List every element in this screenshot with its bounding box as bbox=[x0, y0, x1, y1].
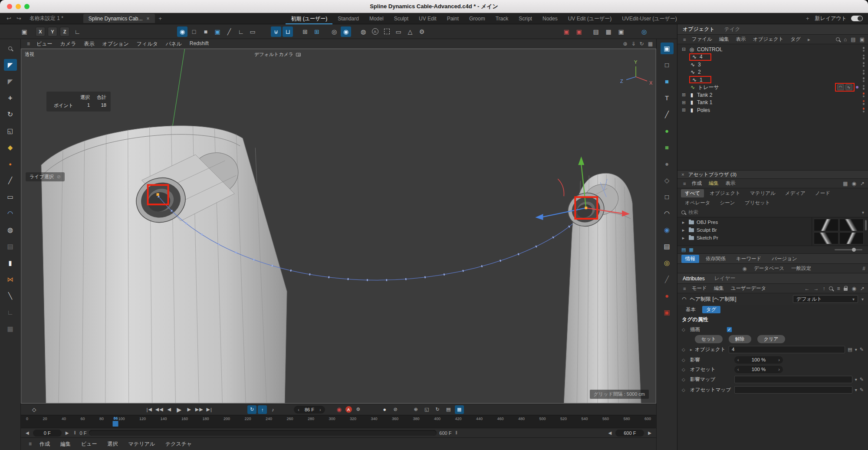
rectangle-selection-tool[interactable]: ◤ bbox=[4, 76, 17, 87]
parent-object-icon[interactable]: ↑ bbox=[822, 286, 825, 292]
tab-attributes[interactable]: Attributes bbox=[683, 276, 705, 282]
close-window-button[interactable] bbox=[7, 4, 12, 9]
track-icon[interactable]: ◉ bbox=[852, 286, 856, 292]
om-menu-item[interactable]: 表示 bbox=[733, 36, 750, 43]
material-menu-item[interactable]: 編集 bbox=[55, 440, 76, 448]
object-label[interactable]: Poles bbox=[697, 107, 710, 113]
offset-map-field[interactable] bbox=[734, 386, 852, 394]
visibility-dot[interactable] bbox=[863, 70, 865, 72]
text-object-icon[interactable]: T bbox=[661, 92, 674, 104]
selected-point-left[interactable] bbox=[157, 193, 159, 196]
layout-grid-icon[interactable]: ▦ bbox=[648, 41, 653, 47]
om-menu-item[interactable]: ファイル bbox=[688, 36, 716, 43]
redo-icon[interactable]: ↪ bbox=[15, 15, 23, 22]
warning-filter-icon[interactable]: △ bbox=[405, 26, 415, 37]
annotation-icon[interactable]: A bbox=[370, 26, 380, 37]
zoom-window-button[interactable] bbox=[24, 4, 30, 9]
info-sub-tab[interactable]: 一般設定 bbox=[791, 265, 811, 272]
point-pen-tool[interactable]: ● bbox=[4, 158, 17, 170]
gizmo-rotate-band[interactable] bbox=[558, 179, 564, 196]
snap-ring-icon[interactable]: ◎ bbox=[329, 26, 339, 37]
frame-increment-icon[interactable]: › bbox=[319, 407, 321, 412]
om-menu-item[interactable]: オブジェクト bbox=[750, 36, 787, 43]
object-label[interactable]: 2 bbox=[698, 69, 701, 75]
minimize-window-button[interactable] bbox=[16, 4, 21, 9]
visibility-dot[interactable] bbox=[863, 88, 865, 90]
active-document-tab[interactable]: Spline Dynamics Cab... × bbox=[83, 14, 155, 23]
om-menu-icon[interactable]: ≡ bbox=[681, 37, 688, 42]
clear-button[interactable]: クリア bbox=[757, 335, 785, 343]
redshift-ipr-icon[interactable]: ▣ bbox=[561, 26, 572, 37]
visibility-dot[interactable] bbox=[863, 50, 865, 52]
keyframe-circle-icon[interactable]: ◇ bbox=[682, 358, 687, 362]
om-filter-icon[interactable]: ▤ bbox=[851, 36, 855, 43]
om-home-icon[interactable]: ⌂ bbox=[844, 36, 847, 43]
brush-thumbnail[interactable] bbox=[839, 219, 864, 231]
range-end-increment[interactable]: ▶ bbox=[647, 430, 653, 435]
keyframe-circle-icon[interactable]: ◇ bbox=[682, 377, 687, 382]
om-layer-icon[interactable]: ▣ bbox=[860, 36, 865, 43]
tweak-tool[interactable]: ◆ bbox=[4, 141, 17, 153]
ab-tab[interactable]: オブジェクト bbox=[706, 189, 744, 197]
next-frame-button[interactable]: ▶ bbox=[184, 405, 194, 414]
expander-icon[interactable]: ▸ bbox=[681, 220, 686, 225]
brush-thumbnail[interactable] bbox=[814, 219, 838, 231]
render-slate-icon[interactable]: ▤ bbox=[661, 240, 674, 252]
keyframe-circle-icon[interactable]: ◇ bbox=[682, 327, 687, 332]
draw-checkbox[interactable]: ✓ bbox=[727, 327, 732, 332]
expander-icon[interactable]: ⊞ bbox=[681, 107, 687, 113]
visibility-dot[interactable] bbox=[863, 72, 865, 75]
ab-tab[interactable]: マテリアル bbox=[746, 189, 779, 197]
visibility-dot[interactable] bbox=[863, 80, 865, 82]
workplane-cube-icon[interactable]: ▣ bbox=[212, 26, 223, 37]
layout-tab[interactable]: UV Edit bbox=[414, 13, 442, 23]
autokey-button[interactable]: A bbox=[345, 406, 352, 413]
layout-tab[interactable]: UVEdit-User (ユーザー) bbox=[617, 13, 682, 24]
grid-array-tool[interactable]: ▦ bbox=[4, 323, 17, 335]
tag-properties-section[interactable]: タグの属性 bbox=[677, 314, 868, 325]
tree-row-tracer[interactable]: ∿ トレーサ ◠ ∿ bbox=[677, 84, 868, 92]
influence-map-field[interactable] bbox=[734, 376, 852, 383]
coordinate-system-icon[interactable]: ∟ bbox=[72, 26, 82, 37]
increment-icon[interactable]: › bbox=[778, 357, 780, 362]
tree-row-poles[interactable]: ⊞ ▮ Poles bbox=[677, 106, 868, 114]
asset-folder-row[interactable]: ▸ Sketch Pr bbox=[677, 234, 812, 242]
projection-label[interactable]: 透視 bbox=[25, 51, 34, 58]
viewport-menu-item[interactable]: Redshift bbox=[186, 40, 213, 48]
play-sound-key-icon[interactable]: ↑ bbox=[258, 405, 267, 414]
visibility-dot[interactable] bbox=[863, 92, 865, 95]
shader-view-icon[interactable]: □ bbox=[661, 59, 674, 71]
expander-icon[interactable]: ⊟ bbox=[681, 46, 687, 52]
close-tab-icon[interactable]: × bbox=[147, 16, 150, 22]
expander-icon[interactable]: ▸ bbox=[681, 235, 686, 241]
material-menu-item[interactable]: 作成 bbox=[34, 440, 55, 448]
visibility-dot[interactable] bbox=[863, 95, 865, 98]
goto-start-button[interactable]: |◀ bbox=[145, 405, 154, 414]
range-start-decrement[interactable]: ◀ bbox=[24, 430, 30, 435]
layout-lock-toggle[interactable] bbox=[851, 16, 863, 21]
chevron-down-icon[interactable]: ▾ bbox=[855, 377, 857, 382]
brush-thumbnail[interactable] bbox=[814, 232, 838, 245]
new-layout-label[interactable]: 新レイアウト bbox=[815, 15, 847, 22]
om-menu-item[interactable]: タグ bbox=[787, 36, 804, 43]
hexagon-icon[interactable]: ◇ bbox=[661, 174, 674, 186]
layout-tab[interactable]: Standard bbox=[332, 13, 364, 23]
workplane-icon[interactable]: ▣ bbox=[19, 26, 30, 37]
object-label[interactable]: Tank 1 bbox=[697, 99, 712, 105]
layout-tab[interactable]: Nodes bbox=[537, 13, 563, 23]
lightbulb-icon[interactable]: ◎ bbox=[661, 257, 674, 269]
key-pla-icon[interactable]: ▦ bbox=[455, 405, 464, 414]
info-tab[interactable]: バージョン bbox=[768, 255, 801, 263]
expand-property-icon[interactable]: ▸ bbox=[690, 347, 692, 352]
range-slider-track[interactable] bbox=[89, 430, 437, 436]
refresh-view-icon[interactable]: ↻ bbox=[640, 41, 644, 47]
ab-popout-icon[interactable]: ↗ bbox=[860, 181, 865, 187]
gizmo-y-arrowhead[interactable] bbox=[578, 156, 584, 165]
layout-tab[interactable]: Paint bbox=[442, 13, 464, 23]
selection-filter-icon[interactable] bbox=[381, 26, 392, 37]
om-search-icon[interactable] bbox=[836, 37, 840, 41]
corner-tool[interactable]: ∟ bbox=[4, 306, 17, 318]
polygon-pen-icon[interactable]: ╱ bbox=[224, 26, 234, 37]
ab-tab[interactable]: メディア bbox=[781, 189, 809, 197]
visibility-dot[interactable] bbox=[863, 77, 865, 79]
